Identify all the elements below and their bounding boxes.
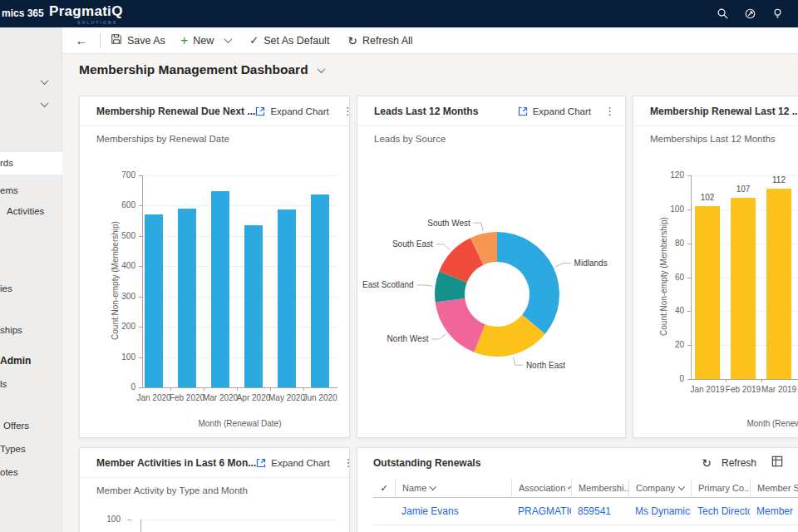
table-header: ✓NameAssociationMembershi...CompanyPrima… <box>373 479 798 497</box>
chevron-down-icon[interactable] <box>41 99 49 107</box>
donut-segment-north-west <box>436 298 485 352</box>
y-axis-title: Count:Non-empty (Membership) <box>111 175 120 387</box>
bar-value-label: 107 <box>727 185 760 194</box>
sidebar-item-ems[interactable]: ems <box>0 180 18 202</box>
expand-chart-button[interactable]: Expand Chart <box>256 458 329 468</box>
quick-create-icon[interactable] <box>743 7 756 21</box>
label-leader-line <box>556 264 571 267</box>
more-options-icon[interactable]: ⋮ <box>343 456 354 469</box>
donut-label: East Scotland <box>362 280 414 289</box>
sidebar-item-ies[interactable]: ies <box>0 278 12 300</box>
expand-chart-button[interactable]: Expand Chart <box>518 106 591 116</box>
sidebar-item-admin[interactable]: Admin <box>0 350 31 372</box>
sidebar-item-rds[interactable]: rds <box>0 152 13 175</box>
card-member-activities: Member Activities in Last 6 Mon... Expan… <box>79 447 350 532</box>
column-header-name[interactable]: Name <box>395 479 511 497</box>
sidebar-item-ls[interactable]: ls <box>0 373 7 396</box>
x-axis <box>142 387 337 388</box>
chevron-down-icon <box>678 484 685 490</box>
x-tick <box>303 387 304 391</box>
label-leader-line <box>513 357 522 366</box>
x-tick <box>726 379 727 382</box>
column-header-member-st-[interactable]: Member St... <box>750 479 798 497</box>
table-row[interactable]: Jamie EvansPRAGMATIQ859541Ms DynamicsTec… <box>373 497 798 525</box>
back-button[interactable]: ← <box>73 33 90 47</box>
app-window: mics 365 PragmatiQ SOLUTIONS ← <box>0 0 798 532</box>
column-header-membershi-[interactable]: Membershi... <box>571 479 628 497</box>
lightbulb-icon[interactable] <box>771 7 784 21</box>
pragmatiq-logo-sub: SOLUTIONS <box>77 20 117 25</box>
y-tick <box>139 266 142 267</box>
record-link[interactable]: Member <box>756 505 793 517</box>
bar-jan-2019 <box>695 206 720 379</box>
expand-chart-button[interactable]: Expand Chart <box>255 106 328 116</box>
chevron-down-icon[interactable] <box>41 76 49 85</box>
refresh-icon[interactable]: ↻ <box>702 457 712 469</box>
sidebar-item-ships[interactable]: ships <box>0 319 22 342</box>
column-header-label: Member St... <box>757 483 798 493</box>
card-membership-renewal-last: Membership Renewal Last 12 ... Membershi… <box>633 96 798 438</box>
x-axis-title: Month (Renewal Date) <box>142 419 337 428</box>
more-options-icon[interactable]: ⋮ <box>342 105 353 117</box>
save-as-button[interactable]: Save As <box>111 33 165 47</box>
record-link[interactable]: Ms Dynamics <box>635 505 691 517</box>
record-link[interactable]: Jamie Evans <box>401 505 459 517</box>
donut-segment-south-east <box>439 238 483 283</box>
chart-subtitle: Member Activity by Type and Month <box>96 485 248 495</box>
y-tick <box>687 209 691 210</box>
y-tick-label: 100 <box>96 515 121 524</box>
sidebar-item-activities[interactable]: Activities <box>7 200 44 223</box>
select-all-check-icon[interactable]: ✓ <box>373 479 395 497</box>
set-as-default-button[interactable]: ✓ Set As Default <box>249 34 329 47</box>
gridline <box>142 175 337 176</box>
product-name: mics 365 <box>2 7 44 19</box>
expand-chart-icon <box>518 106 528 116</box>
y-tick-label: 500 <box>111 231 135 240</box>
y-tick-label: 20 <box>659 340 684 349</box>
chart-subtitle: Memberships Last 12 Months <box>650 134 776 144</box>
gridline <box>691 278 798 278</box>
y-tick <box>127 520 131 520</box>
y-tick-label: 700 <box>111 170 135 180</box>
column-header-primary-co-[interactable]: Primary Co... <box>691 479 750 497</box>
donut-label: North West <box>387 334 429 343</box>
more-options-icon[interactable]: ⋮ <box>604 105 615 117</box>
sidebar-item-offers[interactable]: Offers <box>3 415 29 437</box>
y-tick-label: 300 <box>111 292 135 301</box>
record-link[interactable]: Tech Director <box>697 505 750 517</box>
gridline <box>142 327 337 328</box>
search-icon[interactable] <box>716 7 729 21</box>
divider <box>100 33 101 48</box>
label-leader-line <box>431 334 446 339</box>
dashboard-selector-chevron-icon[interactable] <box>317 65 325 73</box>
view-grid-icon[interactable] <box>771 456 783 470</box>
donut-segment-north-east <box>474 315 544 357</box>
column-header-label: Association <box>519 483 565 493</box>
record-link[interactable]: 859541 <box>578 505 611 517</box>
bar-feb-2019 <box>731 198 756 379</box>
x-tick-label: Feb 2019 <box>720 385 766 394</box>
gridline <box>691 345 798 346</box>
sidebar-item-types[interactable]: Types <box>0 438 26 461</box>
column-header-company[interactable]: Company <box>628 479 691 497</box>
y-tick-label: 600 <box>111 200 135 209</box>
refresh-all-button[interactable]: ↻ Refresh All <box>347 35 412 47</box>
y-tick <box>687 175 691 176</box>
table-cell: Member <box>750 505 798 517</box>
x-tick-label: Mar 2020 <box>197 393 244 402</box>
expand-chart-icon <box>256 458 266 468</box>
card-leads: Leads Last 12 Months Expand Chart ⋮ Lead… <box>357 96 626 438</box>
record-link[interactable]: PRAGMATIQ <box>518 505 571 517</box>
page-title: Membership Management Dashboard <box>79 62 308 77</box>
refresh-button[interactable]: Refresh <box>722 457 756 469</box>
donut-segment-east-scotland <box>435 271 467 302</box>
new-button[interactable]: + New <box>180 34 231 47</box>
x-tick <box>237 387 238 391</box>
y-tick-label: 200 <box>111 322 135 331</box>
refresh-icon: ↻ <box>347 35 357 47</box>
donut-label: South West <box>427 219 470 228</box>
table-cell: 859541 <box>571 505 628 517</box>
x-tick <box>761 379 762 382</box>
sidebar-item-otes[interactable]: otes <box>0 461 18 484</box>
column-header-association[interactable]: Association <box>511 479 571 497</box>
